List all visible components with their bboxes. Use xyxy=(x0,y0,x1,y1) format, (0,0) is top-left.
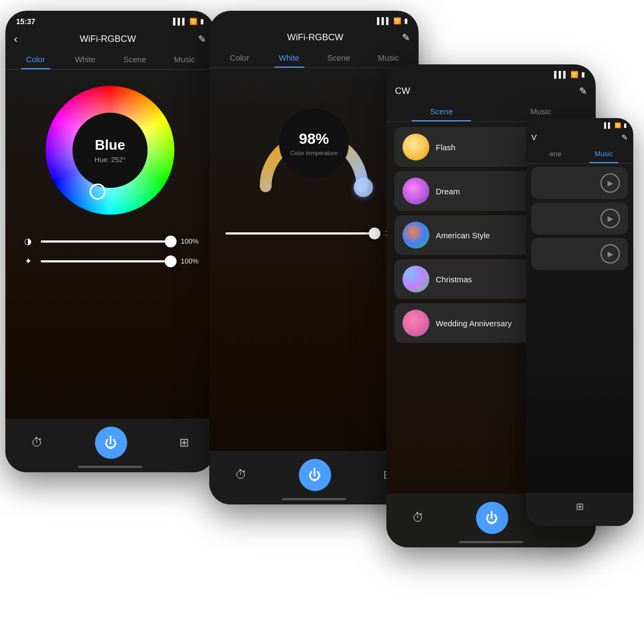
battery-icon-2: ▮ xyxy=(404,17,408,25)
wifi-icon-3: 🛜 xyxy=(570,71,579,78)
music-item-1[interactable]: ▶ xyxy=(531,167,628,199)
phone-color: 15:37 ▌▌▌ 🛜 ▮ ‹ WiFi-RGBCW ✎ Color White… xyxy=(5,11,215,472)
timer-icon-2[interactable]: ⏱ xyxy=(235,468,247,482)
power-button-2[interactable]: ⏻ xyxy=(299,459,331,491)
home-indicator-1 xyxy=(78,466,142,468)
dial-label: Color temperature xyxy=(290,150,338,156)
edit-button-4[interactable]: ✎ xyxy=(621,133,628,142)
color-wheel-center: Blue Hue: 252° xyxy=(72,113,148,188)
scene-icon-dream xyxy=(402,178,429,204)
signal-icon-2: ▌▌▌ xyxy=(377,17,391,25)
battery-icon-1: ▮ xyxy=(200,18,204,25)
status-icons-3: ▌▌▌ 🛜 ▮ xyxy=(554,71,585,78)
tab-white-1[interactable]: White xyxy=(61,49,111,69)
tab-white-2[interactable]: White xyxy=(265,48,314,68)
tab-bar-1: Color White Scene Music xyxy=(5,49,215,70)
timer-icon-1[interactable]: ⏱ xyxy=(31,436,43,450)
title-partial-4: V xyxy=(531,133,537,142)
brightness-value: 100% xyxy=(177,237,199,245)
timer-icon-3[interactable]: ⏱ xyxy=(412,511,424,525)
scene-icon-wedding xyxy=(402,310,429,336)
music-list: ▶ ▶ ▶ xyxy=(526,167,633,270)
dial-percent: 98% xyxy=(299,130,329,148)
tab-scene-3[interactable]: Scene xyxy=(392,101,491,121)
signal-icon-1: ▌▌▌ xyxy=(173,18,187,25)
dial-center: 98% Color temperature xyxy=(279,108,349,178)
edit-button-1[interactable]: ✎ xyxy=(198,33,206,45)
phone-music: ▌▌ 🛜 ▮ V ✎ ene Music ▶ ▶ xyxy=(526,118,633,526)
signal-icon-3: ▌▌▌ xyxy=(554,71,568,78)
tab-scene-4[interactable]: ene xyxy=(531,144,580,163)
brightness-track[interactable] xyxy=(41,240,171,243)
white-slider-row: 100% xyxy=(225,229,402,237)
music-item-3[interactable]: ▶ xyxy=(531,238,628,270)
tab-scene-2[interactable]: Scene xyxy=(314,48,364,68)
header-title-2: WiFi-RGBCW xyxy=(287,32,343,43)
wifi-icon-2: 🛜 xyxy=(393,17,401,25)
tab-music-1[interactable]: Music xyxy=(160,49,210,69)
status-bar-4: ▌▌ 🛜 ▮ xyxy=(526,118,633,130)
grid-icon-1[interactable]: ⊞ xyxy=(179,436,189,450)
dial-thumb[interactable] xyxy=(354,178,373,197)
app-header-2: WiFi-RGBCW ✎ xyxy=(209,27,419,48)
saturation-fill xyxy=(41,260,171,262)
play-button-2[interactable]: ▶ xyxy=(601,209,620,228)
scene-icon-christmas xyxy=(402,266,429,292)
music-item-2[interactable]: ▶ xyxy=(531,202,628,235)
status-icons-4: ▌▌ 🛜 ▮ xyxy=(604,122,627,128)
power-button-1[interactable]: ⏻ xyxy=(95,427,127,459)
tab-bar-4: ene Music xyxy=(526,144,633,164)
signal-icon-4: ▌▌ xyxy=(604,122,612,128)
app-header-4: V ✎ xyxy=(526,130,633,144)
edit-button-3[interactable]: ✎ xyxy=(579,85,587,97)
brightness-icon: ◑ xyxy=(21,236,34,246)
power-button-3[interactable]: ⏻ xyxy=(476,502,508,534)
play-button-3[interactable]: ▶ xyxy=(601,244,620,264)
battery-icon-3: ▮ xyxy=(581,71,585,78)
bottom-bar-4: ⊞ xyxy=(526,493,633,526)
saturation-slider-row: ✦ 100% xyxy=(21,256,199,266)
status-icons-2: ▌▌▌ 🛜 ▮ xyxy=(377,17,408,25)
tab-scene-1[interactable]: Scene xyxy=(110,49,160,69)
brightness-slider-row: ◑ 100% xyxy=(21,236,199,246)
tab-bar-2: Color White Scene Music xyxy=(209,48,419,68)
color-name: Blue xyxy=(95,137,125,153)
scene-icon-american xyxy=(402,222,429,248)
wifi-icon-1: 🛜 xyxy=(189,18,197,25)
white-track[interactable] xyxy=(225,232,375,235)
home-indicator-2 xyxy=(282,498,346,500)
saturation-icon: ✦ xyxy=(21,256,34,266)
white-fill xyxy=(225,232,375,235)
brightness-thumb[interactable] xyxy=(165,236,177,247)
back-button-1[interactable]: ‹ xyxy=(14,33,18,45)
bottom-bar-1: ⏱ ⏻ ⊞ xyxy=(5,419,215,472)
title-partial-3: CW xyxy=(395,86,410,97)
sliders-area: ◑ 100% ✦ 100% xyxy=(5,225,215,277)
brightness-fill xyxy=(41,240,171,243)
hue-label: Hue: 252° xyxy=(94,156,126,164)
status-icons-1: ▌▌▌ 🛜 ▮ xyxy=(173,18,204,25)
wifi-icon-4: 🛜 xyxy=(614,122,621,128)
edit-button-2[interactable]: ✎ xyxy=(402,32,410,43)
time-1: 15:37 xyxy=(16,17,35,26)
color-cursor[interactable] xyxy=(90,184,106,200)
tab-music-4[interactable]: Music xyxy=(580,144,628,163)
saturation-thumb[interactable] xyxy=(165,255,177,267)
saturation-track[interactable] xyxy=(41,260,171,262)
saturation-value: 100% xyxy=(177,257,199,265)
app-header-3: CW ✎ xyxy=(386,81,596,101)
grid-icon-4[interactable]: ⊞ xyxy=(576,501,584,513)
header-title-1: WiFi-RGBCW xyxy=(79,34,136,45)
status-bar-2: ▌▌▌ 🛜 ▮ xyxy=(209,11,419,27)
color-wheel[interactable]: Blue Hue: 252° xyxy=(46,86,174,215)
battery-icon-4: ▮ xyxy=(624,122,627,128)
white-dial[interactable]: 98% Color temperature xyxy=(250,79,378,208)
white-thumb[interactable] xyxy=(369,228,380,239)
status-bar-1: 15:37 ▌▌▌ 🛜 ▮ xyxy=(5,11,215,28)
status-bar-3: ▌▌▌ 🛜 ▮ xyxy=(386,64,596,81)
tab-color-2[interactable]: Color xyxy=(215,48,265,68)
color-wheel-container: Blue Hue: 252° xyxy=(5,70,215,225)
app-header-1: ‹ WiFi-RGBCW ✎ xyxy=(5,28,215,49)
play-button-1[interactable]: ▶ xyxy=(601,173,620,193)
tab-color-1[interactable]: Color xyxy=(11,49,61,69)
